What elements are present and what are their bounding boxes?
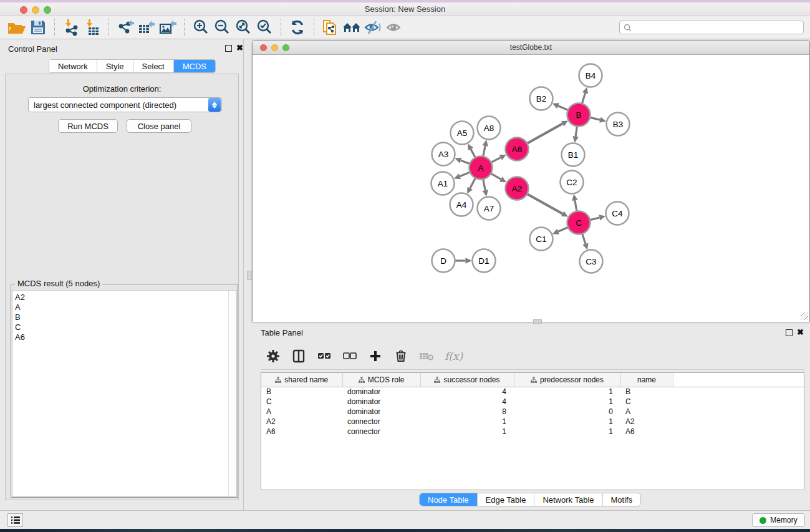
tab-mcds[interactable]: MCDS bbox=[174, 60, 215, 72]
arrowhead-icon bbox=[466, 258, 472, 264]
table-panel-title: Table Panel bbox=[261, 328, 303, 337]
zoom-window-button[interactable] bbox=[44, 6, 51, 14]
column-header-mcds-role[interactable]: MCDS role bbox=[342, 373, 420, 387]
search-field[interactable] bbox=[619, 21, 804, 34]
control-panel-title: Control Panel bbox=[8, 44, 57, 54]
table-row[interactable]: A2connector11A2 bbox=[261, 417, 804, 427]
float-panel-icon[interactable] bbox=[225, 45, 232, 52]
mcds-result-list[interactable]: A2 A B C A6 bbox=[12, 290, 237, 496]
mcds-panel: Optimization criterion: largest connecte… bbox=[5, 74, 239, 500]
app-titlebar: Session: New Session bbox=[0, 2, 810, 16]
zoom-out-icon[interactable] bbox=[211, 18, 233, 37]
tab-node-table[interactable]: Node Table bbox=[420, 493, 478, 506]
zoom-in-icon[interactable] bbox=[190, 18, 211, 37]
network-view-window: testGlobe.txt B4B2BB3A8A5A6B1A3AC2A1A2A4… bbox=[252, 40, 810, 322]
save-session-icon[interactable] bbox=[27, 18, 49, 37]
refresh-icon[interactable] bbox=[287, 18, 308, 37]
graph-node-label: A5 bbox=[457, 128, 468, 138]
list-item[interactable]: A2 bbox=[12, 293, 236, 302]
close-panel-icon[interactable]: ✖ bbox=[236, 44, 243, 52]
delete-table-icon-disabled bbox=[419, 349, 434, 364]
delete-column-trash-icon[interactable] bbox=[393, 349, 408, 364]
resize-grip[interactable] bbox=[801, 312, 808, 320]
table-panel-tabs: Node Table Edge Table Network Table Moti… bbox=[419, 493, 641, 506]
memory-status-icon bbox=[759, 517, 766, 524]
arrowhead-icon bbox=[582, 87, 588, 94]
splitter-handle[interactable] bbox=[247, 271, 252, 280]
search-input[interactable] bbox=[634, 23, 799, 32]
home-icon[interactable] bbox=[341, 18, 362, 37]
export-table-icon[interactable] bbox=[136, 18, 157, 37]
table-row[interactable]: Cdominator41C bbox=[261, 397, 804, 407]
tab-motifs[interactable]: Motifs bbox=[603, 493, 641, 506]
zoom-fit-icon[interactable] bbox=[233, 18, 254, 37]
select-all-icon[interactable] bbox=[317, 349, 332, 364]
graph-edge-A2-C bbox=[526, 193, 563, 214]
splitter-handle[interactable] bbox=[533, 319, 542, 324]
graph-node-label: B1 bbox=[568, 150, 579, 160]
tab-style[interactable]: Style bbox=[97, 60, 133, 72]
open-session-icon[interactable] bbox=[6, 18, 27, 37]
column-header-predecessor-nodes[interactable]: predecessor nodes bbox=[514, 373, 620, 387]
tab-select[interactable]: Select bbox=[133, 60, 174, 72]
graph-node-label: D bbox=[440, 256, 446, 266]
minimize-window-button[interactable] bbox=[32, 6, 39, 14]
memory-button[interactable]: Memory bbox=[752, 513, 805, 527]
show-all-icon[interactable] bbox=[383, 18, 405, 37]
table-row[interactable]: A6connector11A6 bbox=[261, 427, 804, 437]
column-header-name[interactable]: name bbox=[620, 373, 673, 387]
export-image-icon[interactable] bbox=[157, 18, 178, 37]
import-table-icon[interactable] bbox=[82, 18, 103, 37]
graph-node-label: A3 bbox=[438, 150, 449, 159]
task-history-button[interactable] bbox=[7, 513, 23, 527]
tab-network-table[interactable]: Network Table bbox=[534, 493, 602, 506]
list-item[interactable]: A6 bbox=[12, 332, 236, 342]
criterion-selected-value: largest connected component (directed) bbox=[29, 100, 208, 110]
table-row[interactable]: Bdominator41B bbox=[261, 387, 804, 397]
create-column-plus-icon[interactable] bbox=[368, 349, 383, 364]
node-table: shared name MCDS role successor nodes pr… bbox=[261, 372, 804, 490]
graph-node-label: A4 bbox=[456, 200, 467, 210]
graph-node-label: C3 bbox=[586, 257, 596, 266]
toolbar-separator bbox=[314, 19, 314, 36]
table-row[interactable]: Adominator80A bbox=[261, 407, 804, 417]
minimize-window-button[interactable] bbox=[271, 44, 278, 51]
table-header-row: shared name MCDS role successor nodes pr… bbox=[261, 373, 804, 387]
list-item[interactable]: A bbox=[12, 302, 236, 312]
new-network-from-selection-icon[interactable] bbox=[320, 18, 341, 37]
column-header-filler bbox=[673, 373, 804, 387]
close-window-button[interactable] bbox=[20, 6, 27, 14]
criterion-dropdown[interactable]: largest connected component (directed) bbox=[28, 97, 222, 112]
tab-network[interactable]: Network bbox=[49, 60, 97, 72]
search-icon bbox=[624, 24, 632, 32]
import-network-icon[interactable] bbox=[60, 18, 82, 37]
graph-node-label: B3 bbox=[613, 120, 624, 129]
close-window-button[interactable] bbox=[260, 44, 267, 51]
graph-node-label: C2 bbox=[566, 178, 577, 187]
zoom-selected-icon[interactable] bbox=[254, 18, 275, 37]
network-window-titlebar[interactable]: testGlobe.txt bbox=[253, 41, 809, 55]
control-panel: Control Panel ✖ Network Style Select MCD… bbox=[0, 39, 244, 510]
toolbar-separator bbox=[108, 19, 109, 36]
column-settings-gear-icon[interactable] bbox=[266, 349, 281, 364]
tab-edge-table[interactable]: Edge Table bbox=[478, 493, 535, 506]
list-item[interactable]: C bbox=[12, 322, 236, 332]
run-mcds-button[interactable]: Run MCDS bbox=[58, 119, 118, 133]
control-panel-tabs: Network Style Select MCDS bbox=[49, 59, 216, 73]
show-columns-icon[interactable] bbox=[291, 349, 306, 364]
list-item[interactable]: B bbox=[12, 312, 236, 322]
arrowhead-icon bbox=[599, 215, 605, 220]
hide-selected-icon[interactable] bbox=[362, 18, 383, 37]
close-panel-button[interactable]: Close panel bbox=[127, 119, 191, 133]
float-panel-icon[interactable] bbox=[786, 329, 793, 336]
column-header-shared-name[interactable]: shared name bbox=[261, 373, 342, 387]
close-panel-icon[interactable]: ✖ bbox=[797, 328, 804, 337]
column-header-successor-nodes[interactable]: successor nodes bbox=[420, 373, 514, 387]
scrollbar[interactable] bbox=[228, 291, 236, 496]
deselect-all-icon[interactable] bbox=[342, 349, 357, 364]
export-network-icon[interactable] bbox=[115, 18, 136, 37]
zoom-window-button[interactable] bbox=[282, 44, 289, 51]
status-bar: Memory bbox=[0, 510, 810, 529]
network-canvas[interactable]: B4B2BB3A8A5A6B1A3AC2A1A2A4A7C4CC1DD1C3 bbox=[253, 56, 809, 322]
graph-node-label: A6 bbox=[512, 145, 523, 154]
